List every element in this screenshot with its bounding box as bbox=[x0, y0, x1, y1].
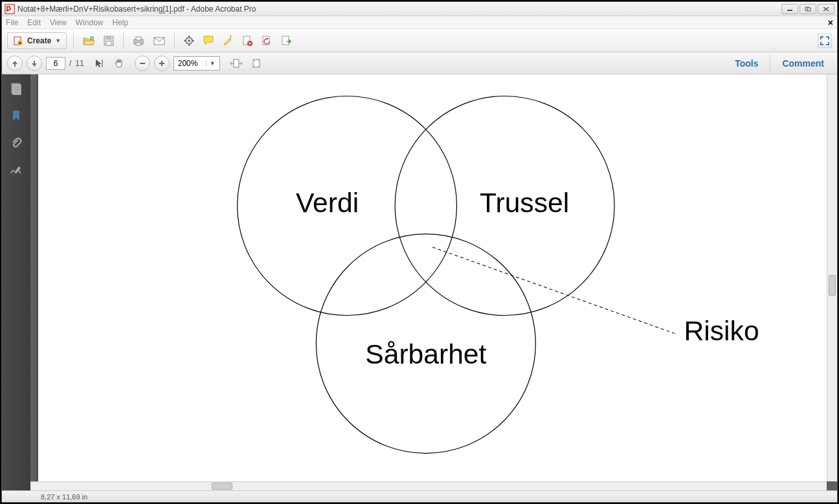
page-separator: / bbox=[69, 59, 71, 68]
zoom-out-button[interactable] bbox=[135, 56, 150, 71]
envelope-icon bbox=[153, 36, 166, 46]
window-title: Notat+8+Mærli+DnV+Risikobasert+sikring[1… bbox=[17, 5, 781, 14]
main-toolbar: ✦ Create ▼ T bbox=[2, 29, 837, 52]
tools-panel-toggle[interactable]: Tools bbox=[727, 58, 766, 69]
open-button[interactable] bbox=[80, 33, 97, 49]
menubar: File Edit View Window Help × bbox=[2, 16, 837, 29]
arrow-down-icon bbox=[30, 60, 38, 67]
statusbar: 8,27 x 11,69 in bbox=[2, 490, 837, 502]
hand-icon bbox=[113, 58, 125, 69]
page-delete-icon bbox=[241, 35, 253, 47]
export-page-button[interactable] bbox=[278, 33, 294, 49]
pages-icon bbox=[10, 82, 23, 95]
comment-bubble-button[interactable] bbox=[201, 33, 216, 49]
comment-panel-toggle[interactable]: Comment bbox=[774, 58, 832, 69]
svg-rect-11 bbox=[106, 36, 111, 39]
svg-rect-34 bbox=[234, 60, 239, 67]
zoom-select[interactable]: 200% ▼ bbox=[173, 56, 220, 71]
print-button[interactable] bbox=[130, 33, 147, 49]
app-window: Notat+8+Mærli+DnV+Risikobasert+sikring[1… bbox=[1, 1, 838, 503]
pdf-page[interactable]: Verdi Trussel Sårbarhet Risiko bbox=[38, 74, 827, 481]
signature-icon bbox=[10, 164, 23, 176]
scrollbar-thumb[interactable] bbox=[212, 483, 232, 490]
venn-label-3: Sårbarhet bbox=[365, 338, 486, 369]
floppy-disk-icon bbox=[103, 35, 115, 47]
expand-icon bbox=[820, 36, 829, 45]
fit-width-button[interactable] bbox=[228, 56, 245, 71]
select-tool-button[interactable] bbox=[92, 56, 107, 71]
fit-page-icon bbox=[251, 58, 262, 69]
delete-page-button[interactable] bbox=[240, 33, 255, 49]
svg-point-18 bbox=[188, 39, 190, 42]
titlebar: Notat+8+Mærli+DnV+Risikobasert+sikring[1… bbox=[2, 2, 837, 16]
document-close-button[interactable]: × bbox=[828, 17, 833, 28]
printer-icon bbox=[132, 35, 145, 47]
bookmark-icon bbox=[10, 109, 22, 122]
horizontal-scrollbar[interactable] bbox=[30, 481, 827, 490]
email-button[interactable] bbox=[151, 33, 168, 49]
bookmarks-tab[interactable] bbox=[8, 108, 24, 124]
minimize-button[interactable] bbox=[781, 4, 798, 14]
zoom-in-button[interactable] bbox=[154, 56, 170, 71]
arrow-up-icon bbox=[11, 60, 19, 67]
app-icon bbox=[5, 4, 15, 14]
rotate-page-button[interactable] bbox=[259, 33, 274, 49]
reading-mode-button[interactable] bbox=[818, 34, 832, 48]
menu-view[interactable]: View bbox=[50, 18, 67, 27]
gear-icon bbox=[183, 35, 195, 47]
navigation-pane bbox=[2, 74, 30, 490]
menu-window[interactable]: Window bbox=[76, 18, 104, 27]
highlight-button[interactable]: T bbox=[220, 33, 236, 49]
attachments-tab[interactable] bbox=[8, 135, 24, 151]
svg-text:✦: ✦ bbox=[18, 41, 22, 45]
dropdown-caret-icon: ▼ bbox=[55, 38, 61, 44]
page-number-input[interactable] bbox=[46, 57, 65, 70]
menu-file[interactable]: File bbox=[6, 18, 18, 27]
menu-help[interactable]: Help bbox=[113, 18, 129, 27]
folder-open-icon bbox=[82, 35, 95, 47]
hand-tool-button[interactable] bbox=[111, 56, 127, 71]
signatures-tab[interactable] bbox=[8, 162, 24, 178]
venn-center-label: Risiko bbox=[684, 315, 759, 346]
svg-rect-14 bbox=[136, 37, 141, 40]
settings-button[interactable] bbox=[181, 33, 197, 49]
create-label: Create bbox=[27, 36, 51, 45]
prev-page-button[interactable] bbox=[7, 56, 23, 71]
cursor-text-icon bbox=[94, 58, 106, 69]
dropdown-caret-icon: ▼ bbox=[206, 60, 216, 67]
zoom-value: 200% bbox=[178, 59, 198, 68]
thumbnails-tab[interactable] bbox=[8, 81, 24, 96]
svg-rect-12 bbox=[106, 41, 111, 45]
create-pdf-icon: ✦ bbox=[13, 36, 23, 46]
venn-label-2: Trussel bbox=[480, 187, 569, 218]
fit-page-button[interactable] bbox=[249, 56, 264, 71]
plus-icon bbox=[159, 60, 165, 67]
maximize-button[interactable] bbox=[800, 4, 816, 14]
venn-diagram: Verdi Trussel Sårbarhet Risiko bbox=[38, 74, 827, 490]
svg-rect-15 bbox=[136, 43, 141, 45]
scrollbar-thumb[interactable] bbox=[829, 275, 836, 296]
page-export-icon bbox=[280, 35, 292, 47]
content-area: Verdi Trussel Sårbarhet Risiko bbox=[2, 74, 837, 490]
fit-width-icon bbox=[230, 58, 243, 69]
close-button[interactable] bbox=[818, 4, 834, 14]
svg-rect-3 bbox=[807, 8, 811, 11]
svg-line-41 bbox=[432, 247, 676, 334]
page-dimensions: 8,27 x 11,69 in bbox=[41, 493, 87, 501]
next-page-button[interactable] bbox=[27, 56, 42, 71]
menu-edit[interactable]: Edit bbox=[27, 18, 41, 27]
speech-bubble-icon bbox=[203, 35, 214, 47]
minus-icon bbox=[139, 60, 146, 67]
total-pages: 11 bbox=[75, 59, 84, 68]
document-area: Verdi Trussel Sårbarhet Risiko bbox=[30, 74, 837, 490]
navigation-toolbar: / 11 200% ▼ Tools Comment bbox=[2, 52, 837, 74]
svg-text:T: T bbox=[229, 35, 232, 39]
svg-rect-29 bbox=[282, 36, 289, 45]
highlighter-icon: T bbox=[222, 35, 234, 47]
save-button[interactable] bbox=[101, 33, 117, 49]
svg-rect-37 bbox=[13, 85, 21, 94]
page-rotate-icon bbox=[261, 35, 273, 47]
vertical-scrollbar[interactable] bbox=[827, 74, 837, 481]
paperclip-icon bbox=[10, 137, 22, 149]
create-button[interactable]: ✦ Create ▼ bbox=[7, 32, 67, 49]
